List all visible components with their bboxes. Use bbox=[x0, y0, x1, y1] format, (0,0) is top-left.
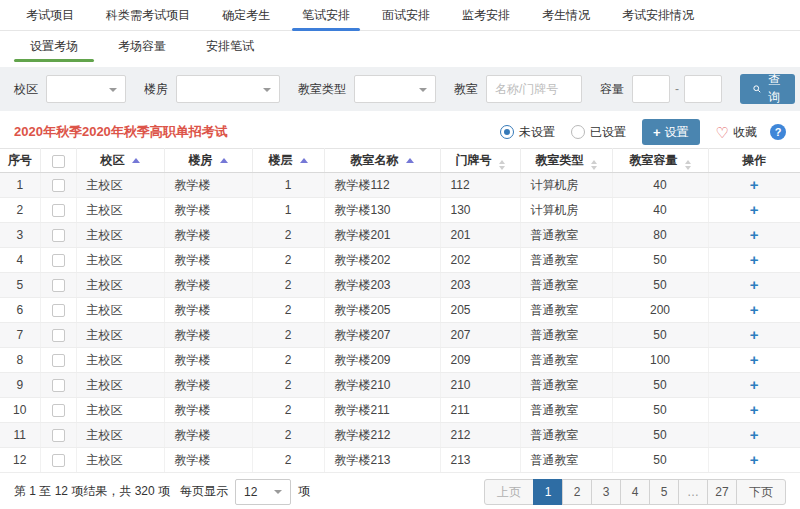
radio-unset-label: 未设置 bbox=[519, 124, 555, 141]
cell-room-name: 教学楼212 bbox=[324, 423, 440, 448]
pagination-page[interactable]: 2 bbox=[562, 479, 592, 505]
row-checkbox[interactable] bbox=[52, 179, 65, 192]
cell-building: 教学楼 bbox=[164, 373, 252, 398]
top-tab[interactable]: 考试安排情况 bbox=[606, 0, 710, 30]
add-room-button[interactable]: + bbox=[750, 426, 759, 443]
column-header[interactable]: 教室名称 bbox=[324, 149, 440, 173]
add-room-button[interactable]: + bbox=[750, 301, 759, 318]
radio-unset[interactable]: 未设置 bbox=[500, 124, 555, 141]
add-room-button[interactable]: + bbox=[750, 276, 759, 293]
column-header[interactable]: 门牌号 bbox=[440, 149, 520, 173]
results-summary: 第 1 至 12 项结果，共 320 项 每页显示 12 项 bbox=[14, 479, 310, 505]
column-header: 操作 bbox=[708, 149, 800, 173]
sort-down-arrow bbox=[499, 166, 505, 170]
top-tab[interactable]: 确定考生 bbox=[206, 0, 286, 30]
row-checkbox[interactable] bbox=[52, 379, 65, 392]
caret-down-icon bbox=[109, 88, 117, 92]
table-row: 5主校区教学楼2教学楼203203普通教室50+ bbox=[0, 273, 800, 298]
campus-filter: 校区 bbox=[14, 75, 126, 103]
add-room-button[interactable]: + bbox=[750, 401, 759, 418]
capacity-max-input[interactable] bbox=[684, 75, 722, 103]
top-tab[interactable]: 考试项目 bbox=[10, 0, 90, 30]
pagination-next[interactable]: 下页 bbox=[736, 479, 786, 505]
table-row: 10主校区教学楼2教学楼211211普通教室50+ bbox=[0, 398, 800, 423]
help-icon[interactable]: ? bbox=[770, 124, 786, 140]
sub-tab[interactable]: 考场容量 bbox=[98, 31, 186, 62]
sub-tab[interactable]: 安排笔试 bbox=[186, 31, 274, 62]
cell-door-no: 212 bbox=[440, 423, 520, 448]
column-header[interactable]: 楼层 bbox=[252, 149, 324, 173]
top-tab[interactable]: 科类需考试项目 bbox=[90, 0, 206, 30]
row-checkbox[interactable] bbox=[52, 454, 65, 467]
cell-floor: 1 bbox=[252, 173, 324, 198]
cell-room-name: 教学楼201 bbox=[324, 223, 440, 248]
add-room-button[interactable]: + bbox=[750, 201, 759, 218]
sub-nav: 设置考场考场容量安排笔试 bbox=[0, 31, 800, 62]
column-header[interactable]: 教室类型 bbox=[520, 149, 612, 173]
select-all-checkbox[interactable] bbox=[52, 155, 65, 168]
page-size-select[interactable]: 12 bbox=[235, 479, 291, 505]
column-header[interactable]: 楼房 bbox=[164, 149, 252, 173]
column-label: 校区 bbox=[101, 153, 125, 167]
add-room-button[interactable]: + bbox=[750, 176, 759, 193]
pagination-prev[interactable]: 上页 bbox=[484, 479, 534, 505]
row-checkbox[interactable] bbox=[52, 429, 65, 442]
pagination-page[interactable]: 1 bbox=[533, 479, 563, 505]
radio-set[interactable]: 已设置 bbox=[571, 124, 626, 141]
row-checkbox[interactable] bbox=[52, 204, 65, 217]
add-room-button[interactable]: + bbox=[750, 326, 759, 343]
cell-checkbox bbox=[40, 223, 76, 248]
row-checkbox[interactable] bbox=[52, 254, 65, 267]
add-room-button[interactable]: + bbox=[750, 451, 759, 468]
top-tab[interactable]: 面试安排 bbox=[366, 0, 446, 30]
sub-tab[interactable]: 设置考场 bbox=[10, 31, 98, 62]
table-row: 11主校区教学楼2教学楼212212普通教室50+ bbox=[0, 423, 800, 448]
row-checkbox[interactable] bbox=[52, 354, 65, 367]
summary-text: 第 1 至 12 项结果，共 320 项 bbox=[14, 483, 170, 500]
room-type-select[interactable] bbox=[354, 75, 436, 103]
top-tab[interactable]: 监考安排 bbox=[446, 0, 526, 30]
add-room-button[interactable]: + bbox=[750, 226, 759, 243]
favorite-button[interactable]: ♡ 收藏 bbox=[716, 124, 757, 141]
cell-room-name: 教学楼202 bbox=[324, 248, 440, 273]
add-room-button[interactable]: + bbox=[750, 251, 759, 268]
app: 考试项目科类需考试项目确定考生笔试安排面试安排监考安排考生情况考试安排情况 设置… bbox=[0, 0, 800, 509]
row-checkbox[interactable] bbox=[52, 229, 65, 242]
set-button[interactable]: + 设置 bbox=[642, 119, 700, 145]
add-room-button[interactable]: + bbox=[750, 351, 759, 368]
pagination-page[interactable]: 5 bbox=[649, 479, 679, 505]
add-room-button[interactable]: + bbox=[750, 376, 759, 393]
column-header[interactable]: 教室容量 bbox=[612, 149, 708, 173]
column-label: 序号 bbox=[8, 153, 32, 167]
cell-seq: 6 bbox=[0, 298, 40, 323]
row-checkbox[interactable] bbox=[52, 404, 65, 417]
room-input[interactable] bbox=[486, 75, 582, 103]
cell-building: 教学楼 bbox=[164, 398, 252, 423]
cell-door-no: 112 bbox=[440, 173, 520, 198]
cell-checkbox bbox=[40, 348, 76, 373]
cell-campus: 主校区 bbox=[76, 248, 164, 273]
sort-asc-icon bbox=[220, 158, 228, 163]
pagination-page[interactable]: 27 bbox=[707, 479, 737, 505]
campus-select[interactable] bbox=[46, 75, 126, 103]
top-tab[interactable]: 笔试安排 bbox=[286, 0, 366, 30]
column-header[interactable]: 校区 bbox=[76, 149, 164, 173]
capacity-min-input[interactable] bbox=[632, 75, 670, 103]
pagination-page[interactable]: 3 bbox=[591, 479, 621, 505]
pagination-page[interactable]: 4 bbox=[620, 479, 650, 505]
table-row: 9主校区教学楼2教学楼210210普通教室50+ bbox=[0, 373, 800, 398]
cell-seq: 4 bbox=[0, 248, 40, 273]
row-checkbox[interactable] bbox=[52, 329, 65, 342]
table-row: 2主校区教学楼1教学楼130130计算机房40+ bbox=[0, 198, 800, 223]
cell-campus: 主校区 bbox=[76, 348, 164, 373]
search-button[interactable]: 查询 bbox=[740, 74, 795, 104]
top-tab[interactable]: 考生情况 bbox=[526, 0, 606, 30]
row-checkbox[interactable] bbox=[52, 304, 65, 317]
row-checkbox[interactable] bbox=[52, 279, 65, 292]
column-label: 教室容量 bbox=[630, 153, 678, 167]
cell-building: 教学楼 bbox=[164, 323, 252, 348]
cell-room-name: 教学楼210 bbox=[324, 373, 440, 398]
building-select[interactable] bbox=[176, 75, 280, 103]
cell-room-type: 普通教室 bbox=[520, 448, 612, 473]
building-filter: 楼房 bbox=[144, 75, 280, 103]
